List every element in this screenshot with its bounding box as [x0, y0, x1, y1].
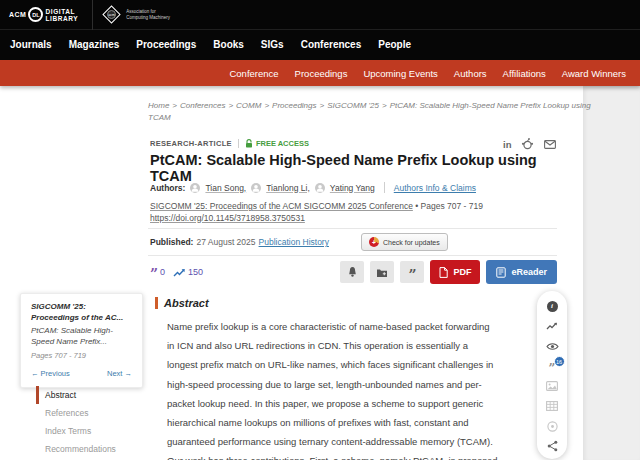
action-buttons: ” PDF eReader — [340, 260, 557, 284]
free-access-label: FREE ACCESS — [256, 139, 309, 148]
site-header: ACM DL DIGITAL LIBRARY acm Association f… — [0, 0, 640, 60]
publication-history-link[interactable]: Publication History — [259, 237, 329, 247]
association-line2: Computing Machinery — [126, 15, 170, 21]
digital-library-text: DIGITAL LIBRARY — [45, 8, 78, 22]
acm-logo-text: ACM — [9, 11, 26, 18]
issue-contents-card: SIGCOMM '25: Proceedings of the AC... Pt… — [20, 293, 143, 388]
breadcrumb-separator: > — [172, 101, 177, 110]
next-article-link[interactable]: Next → — [107, 369, 132, 378]
downloads-metric[interactable]: 150 — [173, 267, 203, 278]
info-tool[interactable]: i — [546, 300, 559, 312]
open-lock-icon — [245, 139, 253, 148]
nav-proceedings[interactable]: Proceedings — [136, 39, 196, 50]
ereader-label: eReader — [511, 267, 547, 277]
page-right-gutter — [583, 86, 640, 460]
confnav-authors[interactable]: Authors — [454, 68, 487, 79]
primary-nav: Journals Magazines Proceedings Books SIG… — [0, 30, 640, 59]
cite-button[interactable]: ” — [400, 261, 424, 283]
card-pages: Pages 707 - 719 — [31, 351, 132, 360]
citations-count: 0 — [160, 267, 165, 277]
eye-icon — [546, 342, 559, 351]
nav-magazines[interactable]: Magazines — [69, 39, 120, 50]
nav-books[interactable]: Books — [213, 39, 244, 50]
linkedin-icon[interactable]: in — [503, 139, 511, 150]
logo-row: ACM DL DIGITAL LIBRARY acm Association f… — [0, 0, 640, 30]
previous-article-link[interactable]: ← Previous — [31, 369, 70, 378]
breadcrumb-comm[interactable]: COMM — [236, 101, 261, 110]
confnav-proceedings[interactable]: Proceedings — [295, 68, 348, 79]
breadcrumb-proceedings[interactable]: Proceedings — [272, 101, 316, 110]
nav-people[interactable]: People — [378, 39, 411, 50]
article-title: PtCAM: Scalable High-Speed Name Prefix L… — [150, 152, 570, 184]
authors-divider — [384, 182, 385, 193]
social-share-row: in — [503, 138, 556, 150]
add-to-binder-button[interactable] — [370, 261, 394, 283]
acm-dl-logo[interactable]: ACM DL DIGITAL LIBRARY — [9, 7, 78, 22]
alerts-button[interactable] — [340, 261, 364, 283]
nav-sigs[interactable]: SIGs — [261, 39, 284, 50]
breadcrumb-sigcomm25[interactable]: SIGCOMM '25 — [327, 101, 379, 110]
confnav-conference[interactable]: Conference — [229, 68, 278, 79]
authors-label: Authors: — [150, 183, 185, 193]
publication-info: SIGCOMM '25: Proceedings of the ACM SIGC… — [150, 201, 570, 224]
author-tian-song[interactable]: Tian Song, — [205, 183, 246, 193]
association-text: Association for Computing Machinery — [126, 9, 170, 20]
section-nav-recommendations[interactable]: Recommendations — [36, 440, 142, 458]
arrow-left-icon: ← — [31, 369, 39, 378]
crossmark-icon: + — [369, 237, 379, 247]
citations-metric[interactable]: ” 0 — [150, 267, 165, 277]
references-tool[interactable]: ” 16 — [546, 360, 559, 372]
citation-quote-icon: ” — [150, 270, 158, 278]
ereader-icon — [496, 267, 506, 278]
breadcrumb-separator: > — [382, 101, 387, 110]
info-icon: i — [547, 301, 558, 312]
digital-line: DIGITAL — [45, 8, 78, 15]
confnav-upcoming-events[interactable]: Upcoming Events — [363, 68, 437, 79]
media-disc-icon — [547, 421, 558, 432]
pdf-button[interactable]: PDF — [430, 260, 480, 284]
confnav-affiliations[interactable]: Affiliations — [503, 68, 546, 79]
breadcrumb-home[interactable]: Home — [148, 101, 169, 110]
view-tool[interactable] — [546, 340, 559, 352]
card-venue-title[interactable]: SIGCOMM '25: Proceedings of the AC... — [31, 302, 132, 323]
tables-tool[interactable] — [546, 400, 559, 412]
section-nav-abstract[interactable]: Abstract — [36, 386, 142, 404]
share-tool[interactable] — [546, 440, 559, 452]
acm-dl-article-page: ACM DL DIGITAL LIBRARY acm Association f… — [0, 0, 640, 460]
section-nav-index-terms[interactable]: Index Terms — [36, 422, 142, 440]
nav-conferences[interactable]: Conferences — [301, 39, 362, 50]
pager: ← Previous Next → — [31, 369, 132, 378]
ereader-button[interactable]: eReader — [486, 260, 557, 284]
figures-tool[interactable] — [546, 380, 559, 392]
confnav-award-winners[interactable]: Award Winners — [562, 68, 626, 79]
nav-journals[interactable]: Journals — [10, 39, 52, 50]
free-access-badge[interactable]: FREE ACCESS — [245, 139, 309, 148]
previous-label: Previous — [41, 369, 70, 378]
authors-info-claims-link[interactable]: Authors Info & Claims — [394, 183, 476, 193]
section-nav-references[interactable]: References — [36, 404, 142, 422]
breadcrumb-separator: > — [264, 101, 269, 110]
media-tool[interactable] — [546, 420, 559, 432]
acm-diamond-icon: acm — [103, 5, 121, 23]
downloads-trend-icon — [173, 267, 186, 278]
published-row: Published: 27 August 2025 Publication Hi… — [150, 233, 448, 251]
metrics-tool[interactable] — [546, 320, 559, 332]
acm-association-logo[interactable]: acm Association for Computing Machinery — [105, 8, 170, 21]
check-for-updates-button[interactable]: + Check for updates — [361, 233, 448, 251]
pages-label: Pages 707 - 719 — [421, 201, 483, 211]
doi-link[interactable]: https://doi.org/10.1145/3718958.3750531 — [150, 213, 305, 223]
venue-link[interactable]: SIGCOMM '25: Proceedings of the ACM SIGC… — [150, 201, 413, 211]
breadcrumb-conferences[interactable]: Conferences — [180, 101, 225, 110]
bell-icon — [347, 266, 358, 278]
abstract-section: Abstract Name prefix lookup is a core ch… — [155, 297, 500, 460]
author-tianlong-li[interactable]: Tianlong Li, — [266, 183, 310, 193]
breadcrumb-separator: > — [320, 101, 325, 110]
card-paper-title[interactable]: PtCAM: Scalable High-Speed Name Prefix..… — [31, 326, 132, 347]
email-icon[interactable] — [544, 140, 556, 149]
arrow-right-icon: → — [125, 369, 133, 378]
author-yating-yang[interactable]: Yating Yang — [330, 183, 375, 193]
next-label: Next — [107, 369, 122, 378]
reddit-icon[interactable] — [521, 138, 534, 150]
pdf-file-icon — [439, 267, 448, 278]
figure-image-icon — [546, 381, 558, 391]
